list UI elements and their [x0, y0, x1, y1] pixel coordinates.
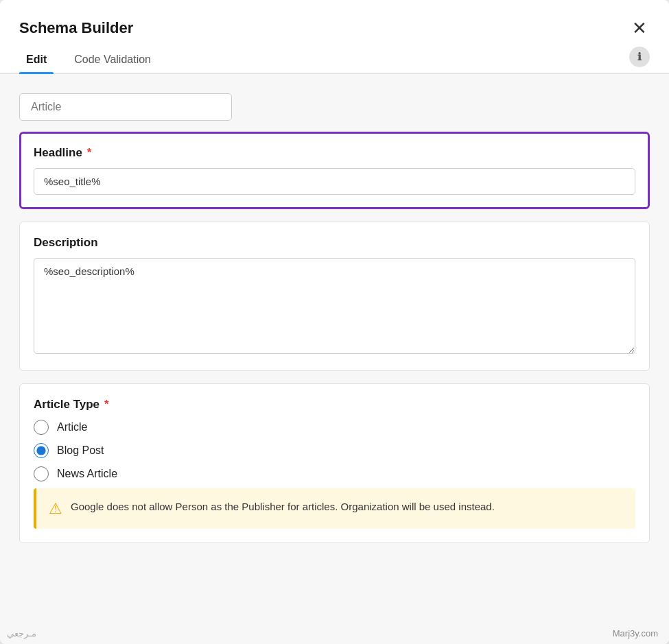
radio-article-label: Article: [57, 421, 87, 433]
radio-article[interactable]: [34, 420, 49, 435]
radio-item-news-article[interactable]: News Article: [34, 466, 635, 481]
headline-input[interactable]: [34, 168, 635, 195]
info-banner-icon: ⚠: [49, 500, 62, 518]
radio-news-article[interactable]: [34, 466, 49, 481]
modal-title: Schema Builder: [19, 19, 133, 37]
article-search-input[interactable]: [19, 93, 232, 121]
watermark: مـرجعي: [7, 628, 36, 639]
close-button[interactable]: ✕: [629, 16, 650, 40]
radio-blog-post-label: Blog Post: [57, 444, 104, 457]
info-icon-button[interactable]: ℹ: [629, 47, 650, 67]
article-type-radio-group: Article Blog Post News Article: [34, 420, 635, 481]
modal-body: Headline * Description %seo_description%…: [0, 74, 669, 644]
description-section: Description %seo_description%: [19, 222, 650, 371]
info-banner-text: Google does not allow Person as the Publ…: [71, 499, 495, 515]
radio-news-article-label: News Article: [57, 468, 117, 480]
headline-label: Headline *: [34, 146, 635, 160]
article-type-required-star: *: [104, 398, 109, 412]
tab-code-validation[interactable]: Code Validation: [67, 45, 158, 73]
radio-blog-post[interactable]: [34, 443, 49, 458]
headline-section: Headline *: [19, 132, 650, 209]
article-type-label: Article Type *: [34, 398, 635, 412]
info-banner: ⚠ Google does not allow Person as the Pu…: [34, 488, 635, 529]
footer-brand: Marj3y.com: [613, 628, 658, 639]
tabs-bar: Edit Code Validation ℹ: [0, 45, 669, 74]
radio-item-blog-post[interactable]: Blog Post: [34, 443, 635, 458]
radio-item-article[interactable]: Article: [34, 420, 635, 435]
description-label: Description: [34, 236, 635, 250]
article-type-section: Article Type * Article Blog Post News Ar…: [19, 383, 650, 543]
headline-required-star: *: [87, 146, 92, 160]
watermark-text: مـرجعي: [7, 628, 36, 639]
description-textarea[interactable]: %seo_description%: [34, 258, 635, 354]
modal-header: Schema Builder ✕: [0, 0, 669, 40]
tab-edit[interactable]: Edit: [19, 45, 54, 73]
schema-builder-modal: Schema Builder ✕ Edit Code Validation ℹ …: [0, 0, 669, 644]
